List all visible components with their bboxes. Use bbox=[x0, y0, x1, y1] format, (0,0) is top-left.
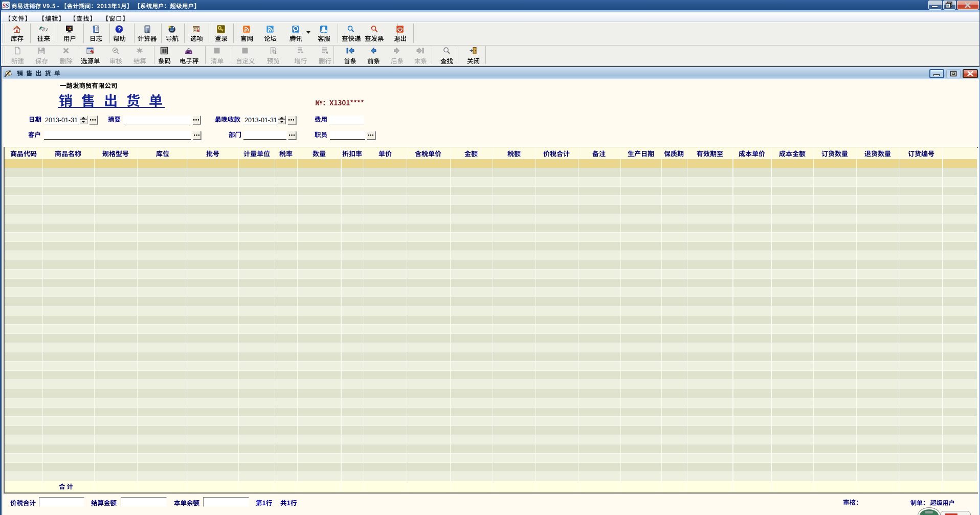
svg-text:S: S bbox=[6, 2, 9, 9]
svg-text:?: ? bbox=[117, 26, 121, 32]
